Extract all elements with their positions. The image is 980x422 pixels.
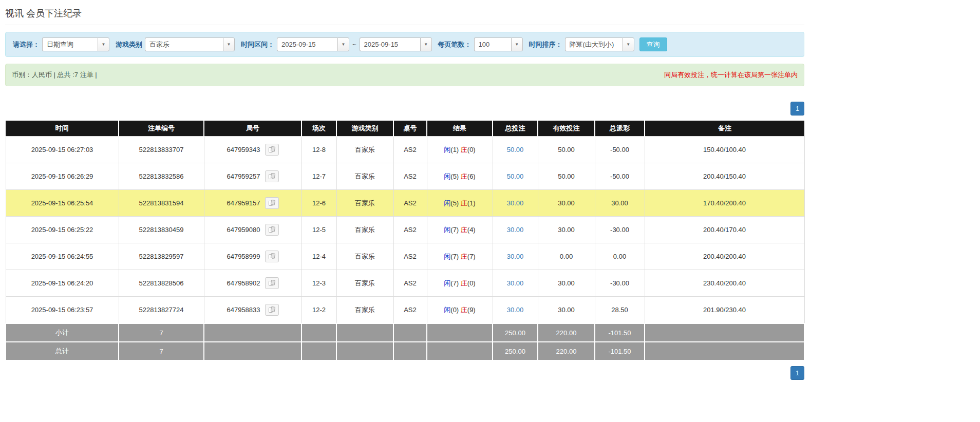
cell-payout: 0.00 bbox=[595, 243, 645, 270]
cell-payout: -30.00 bbox=[595, 270, 645, 297]
cell-valid-bet: 30.00 bbox=[538, 297, 595, 324]
round-replay-icon[interactable] bbox=[265, 170, 279, 182]
page-header: 视讯 会员下注纪录 bbox=[5, 7, 804, 25]
banker-count: (9) bbox=[467, 306, 476, 314]
cell-time: 2025-09-15 06:24:20 bbox=[6, 270, 119, 297]
summary-total-bet: 250.00 bbox=[493, 323, 538, 342]
select-mode-input[interactable] bbox=[42, 37, 98, 51]
page-number-button[interactable]: 1 bbox=[790, 102, 804, 116]
cell-note: 200.40/170.40 bbox=[645, 217, 804, 243]
game-type-label: 游戏类别 bbox=[116, 40, 142, 49]
banker-count: (4) bbox=[467, 226, 476, 234]
valid-bet-notice: 同局有效投注，统一计算在该局第一张注单内 bbox=[664, 70, 798, 80]
column-header: 场次 bbox=[301, 121, 336, 137]
chevron-down-icon[interactable]: ▼ bbox=[337, 37, 349, 51]
cell-round: 647959343 bbox=[204, 137, 301, 163]
banker-count: (6) bbox=[467, 172, 476, 180]
cell-table-no: AS2 bbox=[393, 190, 427, 217]
cell-payout: -50.00 bbox=[595, 163, 645, 190]
cell-bet-id: 522813830459 bbox=[119, 217, 204, 243]
cell-note: 150.40/100.40 bbox=[645, 137, 804, 163]
round-number: 647958902 bbox=[227, 279, 260, 287]
date-from-input[interactable] bbox=[277, 37, 337, 51]
cell-result: 闲(7) 庄(4) bbox=[427, 217, 493, 243]
cell-round: 647958902 bbox=[204, 270, 301, 297]
cell-round: 647959257 bbox=[204, 163, 301, 190]
cell-table-no: AS2 bbox=[393, 217, 427, 243]
cell-valid-bet: 50.00 bbox=[538, 163, 595, 190]
cell-round: 647958833 bbox=[204, 297, 301, 324]
total-bet-link[interactable]: 50.00 bbox=[507, 146, 524, 154]
round-number: 647958833 bbox=[227, 306, 260, 314]
column-header: 时间 bbox=[6, 121, 119, 137]
cell-total-bet: 30.00 bbox=[493, 217, 538, 243]
cell-valid-bet: 0.00 bbox=[538, 243, 595, 270]
chevron-down-icon[interactable]: ▼ bbox=[223, 37, 235, 51]
cell-result: 闲(7) 庄(0) bbox=[427, 270, 493, 297]
total-bet-link[interactable]: 30.00 bbox=[507, 306, 524, 314]
round-replay-icon[interactable] bbox=[265, 197, 279, 209]
cell-payout: 28.50 bbox=[595, 297, 645, 324]
total-bet-link[interactable]: 30.00 bbox=[507, 226, 524, 234]
cell-valid-bet: 30.00 bbox=[538, 190, 595, 217]
banker-label: 庄 bbox=[461, 226, 467, 234]
column-header: 有效投注 bbox=[538, 121, 595, 137]
column-header: 桌号 bbox=[393, 121, 427, 137]
cell-note: 200.40/150.40 bbox=[645, 163, 804, 190]
cell-bet-id: 522813833707 bbox=[119, 137, 204, 163]
cell-bet-id: 522813829597 bbox=[119, 243, 204, 270]
table-row: 2025-09-15 06:23:57522813827724647958833… bbox=[6, 297, 804, 324]
cell-note: 230.40/200.40 bbox=[645, 270, 804, 297]
date-from-combobox: ▼ bbox=[277, 37, 349, 51]
total-bet-link[interactable]: 30.00 bbox=[507, 279, 524, 287]
summary-payout: -101.50 bbox=[595, 342, 645, 360]
total-bet-link[interactable]: 30.00 bbox=[507, 253, 524, 260]
round-replay-icon[interactable] bbox=[265, 251, 279, 262]
round-replay-icon[interactable] bbox=[265, 224, 279, 236]
game-type-input[interactable] bbox=[145, 37, 223, 51]
banker-label: 庄 bbox=[461, 146, 467, 154]
cell-note: 200.40/200.40 bbox=[645, 243, 804, 270]
cell-round: 647959157 bbox=[204, 190, 301, 217]
banker-label: 庄 bbox=[461, 172, 467, 180]
table-row: 2025-09-15 06:24:20522813828506647958902… bbox=[6, 270, 804, 297]
summary-total-bet: 250.00 bbox=[493, 342, 538, 360]
select-mode-combobox: ▼ bbox=[42, 37, 109, 51]
player-count: (5) bbox=[450, 199, 459, 207]
table-row: 2025-09-15 06:27:03522813833707647959343… bbox=[6, 137, 804, 163]
summary-payout: -101.50 bbox=[595, 323, 645, 342]
round-replay-icon[interactable] bbox=[265, 144, 279, 156]
table-footer: 小计7250.00220.00-101.50总计7250.00220.00-10… bbox=[6, 323, 804, 360]
table-row: 2025-09-15 06:26:29522813832586647959257… bbox=[6, 163, 804, 190]
chevron-down-icon[interactable]: ▼ bbox=[420, 37, 432, 51]
cell-time: 2025-09-15 06:24:55 bbox=[6, 243, 119, 270]
search-button[interactable]: 查询 bbox=[639, 37, 667, 51]
round-number: 647959343 bbox=[227, 146, 260, 154]
date-to-input[interactable] bbox=[360, 37, 420, 51]
cell-game-type: 百家乐 bbox=[336, 137, 393, 163]
total-bet-link[interactable]: 50.00 bbox=[507, 172, 524, 180]
page-size-input[interactable] bbox=[474, 37, 511, 51]
column-header: 备注 bbox=[645, 121, 804, 137]
banker-label: 庄 bbox=[461, 279, 467, 287]
table-header-row: 时间注单编号局号场次游戏类别桌号结果总投注有效投注总派彩备注 bbox=[6, 121, 804, 137]
round-replay-icon[interactable] bbox=[265, 304, 279, 316]
summary-empty bbox=[393, 323, 427, 342]
cell-table-no: AS2 bbox=[393, 163, 427, 190]
chevron-down-icon[interactable]: ▼ bbox=[511, 37, 523, 51]
chevron-down-icon[interactable]: ▼ bbox=[98, 37, 109, 51]
round-replay-icon[interactable] bbox=[265, 277, 279, 289]
total-bet-link[interactable]: 30.00 bbox=[507, 199, 524, 207]
player-label: 闲 bbox=[444, 279, 450, 287]
summary-bar: 币别：人民币 | 总共 :7 注单 | 同局有效投注，统一计算在该局第一张注单内 bbox=[5, 64, 804, 86]
cell-game-type: 百家乐 bbox=[336, 163, 393, 190]
cell-bet-id: 522813827724 bbox=[119, 297, 204, 324]
cell-session: 12-8 bbox=[301, 137, 336, 163]
page-number-button[interactable]: 1 bbox=[790, 366, 804, 380]
chevron-down-icon[interactable]: ▼ bbox=[623, 37, 634, 51]
cell-valid-bet: 30.00 bbox=[538, 270, 595, 297]
round-number: 647959157 bbox=[227, 199, 260, 207]
summary-empty bbox=[336, 342, 393, 360]
time-sort-input[interactable] bbox=[565, 37, 623, 51]
cell-payout: -30.00 bbox=[595, 217, 645, 243]
